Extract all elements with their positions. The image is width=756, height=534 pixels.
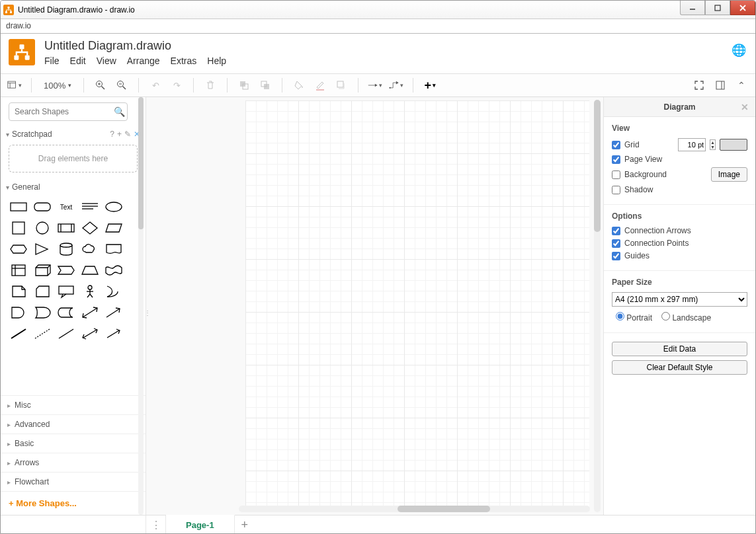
category-flowchart[interactable]: ▸Flowchart bbox=[1, 472, 146, 491]
shape-process[interactable] bbox=[55, 219, 77, 237]
shape-arrow[interactable] bbox=[103, 303, 125, 322]
clear-default-style-button[interactable]: Clear Default Style bbox=[612, 360, 747, 375]
shape-callout[interactable] bbox=[55, 282, 77, 301]
shape-bidirectional-arrow[interactable] bbox=[79, 303, 101, 322]
shape-card[interactable] bbox=[31, 282, 54, 301]
category-advanced[interactable]: ▸Advanced bbox=[1, 414, 146, 434]
landscape-radio[interactable] bbox=[661, 312, 670, 321]
paper-size-select[interactable]: A4 (210 mm x 297 mm) bbox=[612, 292, 747, 307]
guides-checkbox[interactable] bbox=[612, 252, 620, 260]
scratchpad-help-icon[interactable]: ? bbox=[110, 130, 114, 139]
shape-text[interactable]: Text bbox=[55, 198, 77, 216]
grid-size-stepper[interactable]: ▲▼ bbox=[710, 139, 716, 150]
view-dropdown-button[interactable]: ▾ bbox=[7, 78, 22, 93]
shape-document[interactable] bbox=[103, 240, 125, 258]
shape-hexagon[interactable] bbox=[7, 240, 30, 258]
shape-square[interactable] bbox=[7, 219, 30, 237]
shape-trapezoid[interactable] bbox=[79, 261, 101, 280]
format-panel-close-icon[interactable]: ✕ bbox=[741, 102, 749, 112]
zoom-in-button[interactable] bbox=[93, 78, 108, 93]
document-title[interactable]: Untitled Diagram.drawio bbox=[44, 39, 226, 53]
shape-cylinder[interactable] bbox=[55, 240, 77, 258]
shape-ellipse[interactable] bbox=[103, 198, 125, 216]
grid-checkbox[interactable] bbox=[612, 141, 620, 149]
zoom-dropdown[interactable]: 100%▾ bbox=[41, 81, 74, 91]
category-misc[interactable]: ▸Misc bbox=[1, 395, 146, 414]
grid-size-input[interactable] bbox=[678, 138, 706, 151]
connection-dropdown[interactable]: ▾ bbox=[368, 78, 382, 93]
canvas-vertical-scrollbar[interactable] bbox=[594, 100, 601, 512]
shape-line[interactable] bbox=[7, 324, 30, 343]
shape-textbox[interactable] bbox=[79, 198, 101, 216]
shape-step[interactable] bbox=[55, 261, 77, 280]
scratchpad-dropzone[interactable]: Drag elements here bbox=[9, 145, 138, 172]
shape-cube[interactable] bbox=[31, 261, 54, 280]
page-tabs-menu-button[interactable]: ⋮ bbox=[146, 515, 166, 534]
shape-rectangle[interactable] bbox=[7, 198, 30, 216]
scratchpad-edit-icon[interactable]: ✎ bbox=[124, 130, 131, 139]
fullscreen-button[interactable] bbox=[692, 78, 706, 93]
shape-or[interactable] bbox=[31, 303, 54, 322]
shape-dashed-line[interactable] bbox=[31, 324, 54, 343]
splitter-handle[interactable]: ⋮ bbox=[146, 306, 149, 319]
window-minimize-button[interactable] bbox=[680, 1, 705, 15]
background-checkbox[interactable] bbox=[612, 171, 620, 179]
category-basic[interactable]: ▸Basic bbox=[1, 434, 146, 453]
more-shapes-button[interactable]: + More Shapes... bbox=[1, 491, 146, 515]
connection-arrows-checkbox[interactable] bbox=[612, 227, 620, 235]
zoom-out-button[interactable] bbox=[114, 78, 129, 93]
canvas-horizontal-scrollbar[interactable] bbox=[239, 506, 590, 512]
redo-button[interactable]: ↷ bbox=[169, 78, 184, 93]
delete-button[interactable] bbox=[203, 78, 218, 93]
shadow-checkbox[interactable] bbox=[612, 186, 620, 194]
shape-rounded-rectangle[interactable] bbox=[31, 198, 54, 216]
to-back-button[interactable] bbox=[258, 78, 273, 93]
shape-bidir-connector[interactable] bbox=[79, 324, 101, 343]
caret-down-icon[interactable]: ▾ bbox=[6, 131, 9, 138]
edit-data-button[interactable]: Edit Data bbox=[612, 342, 747, 356]
window-maximize-button[interactable] bbox=[705, 1, 730, 15]
shape-data-storage[interactable] bbox=[55, 303, 77, 322]
pageview-checkbox[interactable] bbox=[612, 155, 620, 164]
shape-line-thin[interactable] bbox=[55, 324, 77, 343]
shape-triangle[interactable] bbox=[31, 240, 54, 258]
page-tab-1[interactable]: Page-1 bbox=[166, 515, 235, 534]
line-color-button[interactable] bbox=[313, 78, 327, 93]
language-icon[interactable]: 🌐 bbox=[732, 43, 746, 57]
fill-color-button[interactable] bbox=[292, 78, 306, 93]
add-page-button[interactable]: + bbox=[235, 515, 255, 534]
connection-points-checkbox[interactable] bbox=[612, 239, 620, 248]
category-arrows[interactable]: ▸Arrows bbox=[1, 453, 146, 472]
undo-button[interactable]: ↶ bbox=[148, 78, 163, 93]
shape-actor[interactable] bbox=[79, 282, 101, 301]
window-close-button[interactable] bbox=[730, 1, 755, 15]
canvas[interactable]: ⋮ bbox=[146, 97, 603, 515]
grid-color-swatch[interactable] bbox=[720, 139, 747, 151]
menu-extras[interactable]: Extras bbox=[171, 56, 197, 66]
shape-directional-connector[interactable] bbox=[103, 324, 125, 343]
shape-note[interactable] bbox=[7, 282, 30, 301]
menu-help[interactable]: Help bbox=[207, 56, 226, 66]
insert-dropdown[interactable]: +▾ bbox=[423, 78, 437, 93]
scratchpad-add-icon[interactable]: + bbox=[117, 130, 122, 139]
waypoints-dropdown[interactable]: ▾ bbox=[389, 78, 403, 93]
shadow-button[interactable] bbox=[334, 78, 349, 93]
search-icon[interactable]: 🔍 bbox=[114, 106, 125, 117]
format-panel-toggle[interactable] bbox=[713, 78, 728, 93]
shape-and[interactable] bbox=[7, 303, 30, 322]
shape-internal-storage[interactable] bbox=[7, 261, 30, 280]
shape-tape[interactable] bbox=[103, 261, 125, 280]
shape-circle[interactable] bbox=[31, 219, 54, 237]
menu-file[interactable]: File bbox=[44, 56, 60, 66]
shape-parallelogram[interactable] bbox=[103, 219, 125, 237]
collapse-button[interactable]: ⌃ bbox=[734, 78, 749, 93]
menu-arrange[interactable]: Arrange bbox=[127, 56, 160, 66]
shape-cloud[interactable] bbox=[79, 240, 101, 258]
shape-search[interactable]: 🔍 bbox=[9, 102, 128, 121]
shape-diamond[interactable] bbox=[79, 219, 101, 237]
shape-search-input[interactable] bbox=[15, 107, 114, 116]
menu-view[interactable]: View bbox=[97, 56, 116, 66]
to-front-button[interactable] bbox=[237, 78, 251, 93]
sidebar-scrollbar[interactable] bbox=[138, 97, 144, 515]
canvas-page[interactable] bbox=[245, 100, 589, 510]
